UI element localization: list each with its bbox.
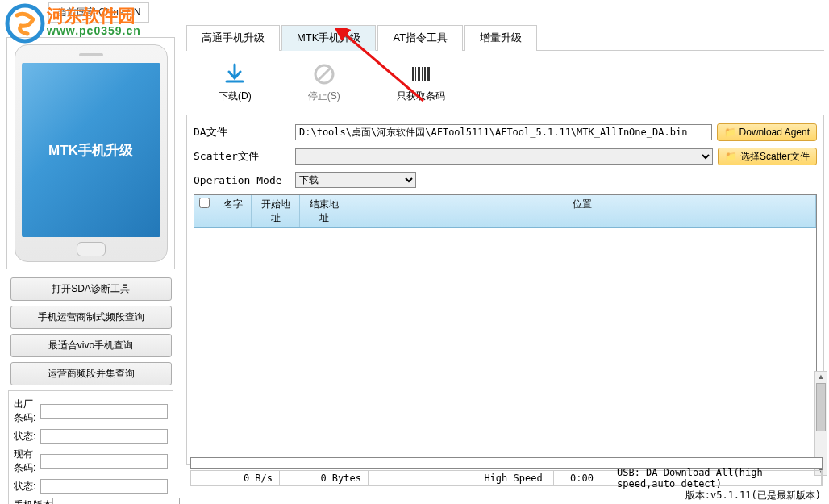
tab-qualcomm[interactable]: 高通手机升级 (186, 25, 280, 51)
bottom-panel: 0 B/s 0 Bytes High Speed 0:00 USB: DA Do… (190, 457, 823, 486)
folder-icon: 📁 (725, 151, 737, 162)
select-scatter-button[interactable]: 📁选择Scatter文件 (718, 148, 817, 165)
version-label: 版本:v5.1.11(已是最新版本) (685, 489, 821, 502)
folder-icon: 📁 (724, 127, 736, 138)
current-barcode-input[interactable] (40, 454, 168, 469)
toolbar: 下载(D) 停止(S) 只获取条码 (186, 51, 824, 115)
status-bar: 0 B/s 0 Bytes High Speed 0:00 USB: DA Do… (190, 470, 823, 486)
stop-button: 停止(S) (308, 62, 340, 103)
svg-rect-9 (427, 67, 430, 81)
status-usb: USB: DA Download All(high speed,auto det… (610, 471, 822, 485)
carrier-band-union-button[interactable]: 运营商频段并集查询 (10, 362, 172, 385)
svg-rect-6 (418, 67, 420, 81)
col-name: 名字 (215, 195, 252, 227)
download-button[interactable]: 下载(D) (219, 62, 252, 103)
right-panel: 高通手机升级 MTK手机升级 AT指令工具 增量升级 下载(D) 停止(S) 只… (181, 23, 829, 504)
table-header: 名字 开始地址 结束地址 位置 (194, 195, 816, 228)
current-barcode-label: 现有条码: (14, 448, 40, 475)
stop-icon (312, 62, 336, 86)
status-time: 0:00 (554, 471, 610, 485)
phone-device: MTK手机升级 (15, 44, 168, 262)
barcode-icon (409, 62, 433, 86)
watermark-url: www.pc0359.cn (47, 24, 141, 37)
config-area: DA文件 📁Download Agent Scatter文件 📁选择Scatte… (186, 115, 824, 465)
barcode-only-button[interactable]: 只获取条码 (397, 62, 445, 103)
phone-version-input[interactable] (52, 498, 180, 504)
phone-preview-frame: MTK手机升级 (6, 37, 175, 269)
svg-rect-5 (415, 67, 416, 81)
svg-rect-8 (424, 67, 426, 81)
open-sda-button[interactable]: 打开SDA诊断工具 (10, 277, 172, 301)
barcode-fieldset: 出厂条码: 状态: 现有条码: 状态: 手机版本 (8, 390, 173, 504)
status-mode: High Speed (473, 471, 554, 485)
status2-label: 状态: (14, 480, 40, 494)
tab-incremental[interactable]: 增量升级 (464, 25, 537, 51)
status2-input[interactable] (40, 479, 168, 494)
status-empty (369, 471, 473, 485)
vivo-query-button[interactable]: 最适合vivo手机查询 (10, 334, 172, 357)
factory-barcode-input[interactable] (40, 404, 168, 419)
status-speed: 0 B/s (191, 471, 280, 485)
svg-point-0 (7, 6, 43, 41)
factory-barcode-label: 出厂条码: (14, 398, 40, 425)
col-location: 位置 (348, 195, 816, 227)
scatter-file-select[interactable] (295, 148, 713, 165)
col-end: 结束地址 (300, 195, 348, 227)
watermark-logo (5, 3, 45, 46)
status-bytes: 0 Bytes (280, 471, 369, 485)
phone-version-label: 手机版本 (14, 498, 52, 505)
svg-rect-4 (412, 67, 414, 81)
da-file-label: DA文件 (194, 125, 290, 140)
phone-screen: MTK手机升级 (22, 63, 160, 237)
download-icon (223, 62, 247, 86)
select-all-checkbox[interactable] (199, 198, 210, 208)
tab-bar: 高通手机升级 MTK手机升级 AT指令工具 增量升级 (186, 24, 824, 51)
svg-rect-7 (422, 67, 423, 81)
da-file-input[interactable] (295, 124, 712, 140)
operation-mode-select[interactable]: 下载 (295, 172, 416, 188)
download-agent-button[interactable]: 📁Download Agent (717, 123, 817, 141)
left-panel: MTK手机升级 打开SDA诊断工具 手机运营商制式频段查询 最适合vivo手机查… (0, 23, 181, 504)
status1-input[interactable] (40, 429, 168, 444)
svg-line-3 (318, 68, 331, 81)
operation-mode-label: Operation Mode (194, 174, 290, 186)
partition-table[interactable]: 名字 开始地址 结束地址 位置 (194, 194, 817, 456)
tab-at[interactable]: AT指令工具 (377, 25, 463, 51)
carrier-band-query-button[interactable]: 手机运营商制式频段查询 (10, 306, 172, 329)
tab-mtk[interactable]: MTK手机升级 (281, 25, 376, 51)
status1-label: 状态: (14, 430, 40, 444)
scatter-file-label: Scatter文件 (194, 149, 290, 164)
col-start: 开始地址 (252, 195, 300, 227)
